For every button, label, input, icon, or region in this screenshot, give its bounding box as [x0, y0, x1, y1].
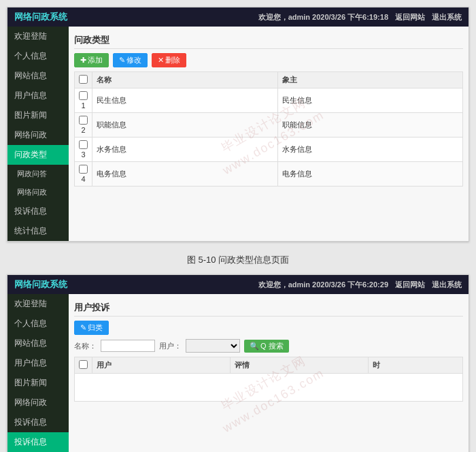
sidebar-item-website-1[interactable]: 网站信息 [7, 66, 69, 86]
sidebar-item-complaint-1[interactable]: 投诉信息 [7, 201, 69, 221]
main-content-2: 用户投诉 ✎ 归类 名称： 用户： admin [69, 294, 469, 452]
page-title-2: 用户投诉 [74, 300, 463, 317]
welcome-text-1: 欢迎您，admin 2020/3/26 下午6:19:18 [258, 12, 388, 22]
col-name-1: 名称 [92, 72, 278, 88]
categorize-button-2[interactable]: ✎ 归类 [74, 321, 109, 335]
categorize-label-2: 归类 [88, 323, 103, 333]
table-row: 3 水务信息 水务信息 [75, 138, 463, 162]
row-check-1[interactable] [79, 116, 88, 125]
data-table-2: 用户 评情 时 [74, 357, 463, 402]
user-select-2[interactable]: admin [186, 339, 240, 353]
panel-1: 网络问政系统 欢迎您，admin 2020/3/26 下午6:19:18 返回网… [7, 7, 469, 242]
row-check-3[interactable] [79, 165, 88, 174]
edit-label-1: 修改 [126, 55, 141, 65]
sidebar-item-personal-1[interactable]: 个人信息 [7, 46, 69, 66]
row-check-2[interactable] [79, 140, 88, 149]
caption-1: 图 5-10 问政类型信息页面 [0, 248, 476, 274]
edit-button-1[interactable]: ✎ 修改 [113, 53, 148, 67]
col-checkbox-1 [75, 72, 92, 88]
filter-row-2: 名称： 用户： admin 🔍 Q 搜索 [74, 339, 463, 353]
toolbar-1: ✚ 添加 ✎ 修改 ✕ 删除 [74, 53, 463, 67]
row-num-1: 2 [75, 113, 92, 138]
site-title-1: 网络问政系统 [14, 11, 67, 23]
sidebar-item-stats-1[interactable]: 统计信息 [7, 221, 69, 241]
panel-2: 网络问政系统 欢迎您，admin 2020/3/26 下午6:20:29 返回网… [7, 274, 469, 452]
layout-1: 欢迎登陆 个人信息 网站信息 用户信息 图片新闻 网络问政 问政类型 网政问答 … [7, 27, 469, 241]
welcome-text-2: 欢迎您，admin 2020/3/26 下午6:20:29 [258, 280, 388, 290]
row-num-3: 4 [75, 162, 92, 187]
sidebar-item-complaint-parent-2[interactable]: 投诉信息 [7, 413, 69, 432]
sidebar-item-news-1[interactable]: 图片新闻 [7, 106, 69, 125]
row-cat-1: 职能信息 [277, 113, 463, 138]
sidebar-item-users-1[interactable]: 用户信息 [7, 86, 69, 106]
row-cat-0: 民生信息 [277, 88, 463, 113]
logout-link-1[interactable]: 退出系统 [432, 12, 462, 22]
back-link-1[interactable]: 返回网站 [395, 12, 425, 22]
sidebar-2: 欢迎登陆 个人信息 网站信息 用户信息 图片新闻 网络问政 投诉信息 投诉信息 … [7, 294, 69, 452]
name-input-2[interactable] [101, 340, 155, 352]
page-title-1: 问政类型 [74, 32, 463, 49]
layout-2: 欢迎登陆 个人信息 网站信息 用户信息 图片新闻 网络问政 投诉信息 投诉信息 … [7, 294, 469, 452]
sidebar-item-welcome-1[interactable]: 欢迎登陆 [7, 27, 69, 46]
sidebar-item-politics-2[interactable]: 网络问政 [7, 393, 69, 413]
add-icon-1: ✚ [80, 56, 86, 65]
sidebar-item-website-2[interactable]: 网站信息 [7, 334, 69, 353]
search-icon-2: 🔍 [250, 342, 259, 351]
empty-message-2 [75, 374, 463, 402]
sidebar-item-complaint-2[interactable]: 投诉信息 [7, 432, 69, 452]
row-name-1: 职能信息 [92, 113, 278, 138]
sidebar-item-welcome-2[interactable]: 欢迎登陆 [7, 294, 69, 314]
sidebar-1: 欢迎登陆 个人信息 网站信息 用户信息 图片新闻 网络问政 问政类型 网政问答 … [7, 27, 69, 241]
row-name-0: 民生信息 [92, 88, 278, 113]
main-content-1: 问政类型 ✚ 添加 ✎ 修改 ✕ 删除 [69, 27, 469, 241]
select-all-2[interactable] [79, 360, 88, 369]
sidebar-item-type-1[interactable]: 问政类型 [7, 145, 69, 165]
sidebar-item-politics2-1[interactable]: 网络问政 [7, 183, 69, 201]
name-label-2: 名称： [74, 341, 97, 351]
toolbar-2: ✎ 归类 [74, 321, 463, 335]
delete-label-1: 删除 [165, 55, 180, 65]
top-nav-1: 网络问政系统 欢迎您，admin 2020/3/26 下午6:19:18 返回网… [7, 7, 469, 27]
delete-button-1[interactable]: ✕ 删除 [152, 53, 186, 67]
col-checkbox-2 [75, 357, 92, 374]
site-title-2: 网络问政系统 [14, 278, 67, 291]
sidebar-item-qa-1[interactable]: 网政问答 [7, 165, 69, 183]
row-num-0: 1 [75, 88, 92, 113]
col-time-2: 时 [368, 357, 462, 374]
table-row: 2 职能信息 职能信息 [75, 113, 463, 138]
nav-right-1: 欢迎您，admin 2020/3/26 下午6:19:18 返回网站 退出系统 [258, 12, 462, 22]
sidebar-item-news-2[interactable]: 图片新闻 [7, 373, 69, 393]
row-name-2: 水务信息 [92, 138, 278, 162]
back-link-2[interactable]: 返回网站 [395, 280, 425, 290]
select-all-1[interactable] [79, 75, 88, 84]
add-label-1: 添加 [88, 55, 103, 65]
delete-icon-1: ✕ [158, 56, 164, 65]
col-user-2: 用户 [92, 357, 231, 374]
user-label-2: 用户： [159, 341, 182, 351]
search-button-2[interactable]: 🔍 Q 搜索 [244, 340, 289, 353]
edit-icon-1: ✎ [119, 56, 125, 65]
row-cat-3: 电务信息 [277, 162, 463, 187]
row-cat-2: 水务信息 [277, 138, 463, 162]
row-check-0[interactable] [79, 91, 88, 100]
table-row: 1 民生信息 民生信息 [75, 88, 463, 113]
row-name-3: 电务信息 [92, 162, 278, 187]
logout-link-2[interactable]: 退出系统 [432, 280, 462, 290]
categorize-icon-2: ✎ [80, 323, 86, 332]
top-nav-2: 网络问政系统 欢迎您，admin 2020/3/26 下午6:20:29 返回网… [7, 275, 469, 294]
add-button-1[interactable]: ✚ 添加 [74, 53, 109, 67]
nav-right-2: 欢迎您，admin 2020/3/26 下午6:20:29 返回网站 退出系统 [258, 280, 462, 290]
row-num-2: 3 [75, 138, 92, 162]
search-label-2: Q 搜索 [260, 341, 284, 351]
sidebar-item-politics-1[interactable]: 网络问政 [7, 125, 69, 145]
sidebar-item-personal-2[interactable]: 个人信息 [7, 314, 69, 334]
col-category-1: 象主 [277, 72, 463, 88]
col-comment-2: 评情 [230, 357, 368, 374]
table-row: 4 电务信息 电务信息 [75, 162, 463, 187]
sidebar-item-users-2[interactable]: 用户信息 [7, 353, 69, 373]
data-table-1: 名称 象主 1 民生信息 民生信息 2 职能信息 职能信息 [74, 71, 463, 187]
table-row-empty-2 [75, 374, 463, 402]
